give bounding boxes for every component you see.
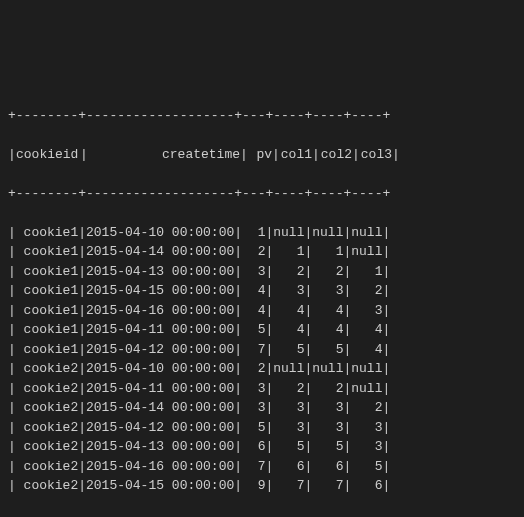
table-border-mid: +--------+-------------------+---+----+-… — [8, 184, 516, 204]
table-row: | cookie1|2015-04-13 00:00:00| 3| 2| 2| … — [8, 262, 516, 282]
table-row: | cookie2|2015-04-11 00:00:00| 3| 2| 2|n… — [8, 379, 516, 399]
table-row: | cookie1|2015-04-10 00:00:00| 1|null|nu… — [8, 223, 516, 243]
table-row: | cookie2|2015-04-10 00:00:00| 2|null|nu… — [8, 359, 516, 379]
table-row: | cookie2|2015-04-14 00:00:00| 3| 3| 3| … — [8, 398, 516, 418]
header-cookieid: cookieid — [16, 145, 80, 165]
table-row: | cookie2|2015-04-15 00:00:00| 9| 7| 7| … — [8, 476, 516, 496]
table-row: | cookie2|2015-04-16 00:00:00| 7| 6| 6| … — [8, 457, 516, 477]
table-row: | cookie1|2015-04-16 00:00:00| 4| 4| 4| … — [8, 301, 516, 321]
header-col3: col3 — [360, 145, 392, 165]
table-row: | cookie1|2015-04-14 00:00:00| 2| 1| 1|n… — [8, 242, 516, 262]
header-createtime: createtime — [88, 145, 240, 165]
pipe-sep: | — [8, 145, 16, 165]
pipe-sep: | — [312, 145, 320, 165]
table-row: | cookie1|2015-04-12 00:00:00| 7| 5| 5| … — [8, 340, 516, 360]
table-row: | cookie1|2015-04-11 00:00:00| 5| 4| 4| … — [8, 320, 516, 340]
pipe-sep: | — [240, 145, 248, 165]
pipe-sep: | — [80, 145, 88, 165]
pipe-sep: | — [272, 145, 280, 165]
header-col2: col2 — [320, 145, 352, 165]
table-border-top: +--------+-------------------+---+----+-… — [8, 106, 516, 126]
table-header-row: |cookieid|createtime|pv|col1|col2|col3| — [8, 145, 516, 165]
terminal-output: +--------+-------------------+---+----+-… — [8, 86, 516, 517]
table-row: | cookie2|2015-04-12 00:00:00| 5| 3| 3| … — [8, 418, 516, 438]
header-col1: col1 — [280, 145, 312, 165]
pipe-sep: | — [392, 145, 400, 165]
header-pv: pv — [248, 145, 272, 165]
table-row: | cookie2|2015-04-13 00:00:00| 6| 5| 5| … — [8, 437, 516, 457]
pipe-sep: | — [352, 145, 360, 165]
table-row: | cookie1|2015-04-15 00:00:00| 4| 3| 3| … — [8, 281, 516, 301]
